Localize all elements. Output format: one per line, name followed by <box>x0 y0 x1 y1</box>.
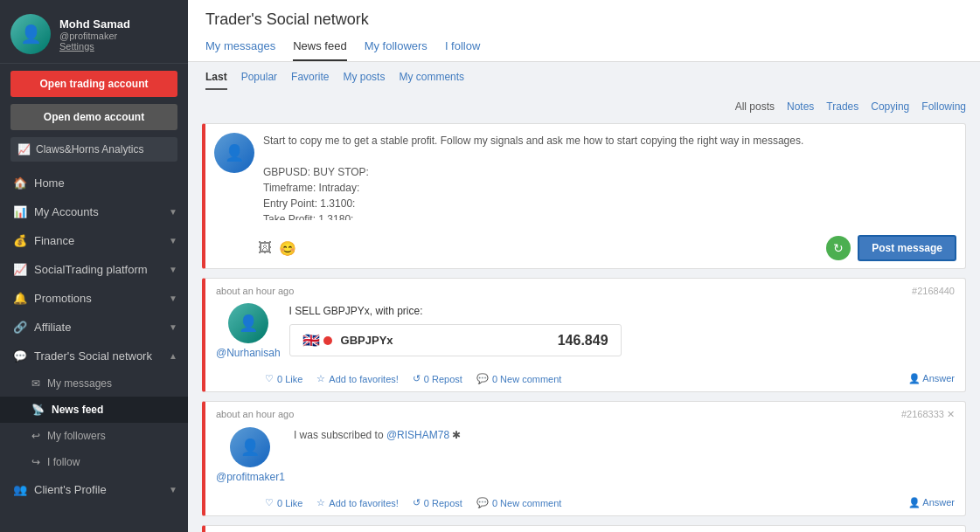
sidebar-item-my-accounts[interactable]: 📊 My Accounts ▼ <box>0 197 188 226</box>
profile-icon: 👥 <box>13 483 27 496</box>
favorites-action[interactable]: ☆ Add to favorites! <box>316 497 399 508</box>
subtab-popular[interactable]: Popular <box>241 67 277 90</box>
favorites-label: Add to favorites! <box>329 498 399 508</box>
tab-news-feed[interactable]: News feed <box>293 36 346 61</box>
repost-label: 0 Repost <box>424 374 462 384</box>
filter-following[interactable]: Following <box>921 100 966 113</box>
composer-body: Start to copy me to get a stable profit.… <box>263 133 956 223</box>
sidebar-item-clients-profile[interactable]: 👥 Client's Profile ▼ <box>0 475 188 504</box>
repost-label: 0 Repost <box>424 498 462 508</box>
sidebar-sub-my-messages[interactable]: ✉ My messages <box>0 370 188 397</box>
repost-action[interactable]: ↺ 0 Repost <box>413 373 462 384</box>
like-action[interactable]: ♡ 0 Like <box>265 373 302 384</box>
repost-action[interactable]: ↺ 0 Repost <box>413 497 462 508</box>
sidebar-item-affiliate[interactable]: 🔗 Affiliate ▼ <box>0 313 188 342</box>
tab-my-followers[interactable]: My followers <box>365 36 427 61</box>
sidebar-item-label: Affiliate <box>34 321 71 334</box>
sidebar-profile: 👤 Mohd Samad @profitmaker Settings <box>0 0 188 64</box>
followers-icon: ↩ <box>31 430 40 442</box>
avatar: 👤 <box>10 14 51 54</box>
favorites-label: Add to favorites! <box>329 374 399 384</box>
settings-link[interactable]: Settings <box>59 41 130 52</box>
sidebar-item-promotions[interactable]: 🔔 Promotions ▼ <box>0 284 188 313</box>
sidebar-item-label: My Accounts <box>34 205 99 218</box>
sub-item-label: My messages <box>47 377 112 390</box>
user-handle: @profitmaker <box>59 31 130 41</box>
image-attach-icon[interactable]: 🖼 <box>258 240 272 257</box>
sidebar-item-home[interactable]: 🏠 Home <box>0 169 188 197</box>
post-author[interactable]: @profitmaker1 <box>216 471 285 483</box>
home-icon: 🏠 <box>13 176 27 190</box>
feed-post: about an hour ago #2168440 👤 @Nurhanisah… <box>202 278 966 392</box>
subtab-last[interactable]: Last <box>205 67 227 90</box>
comment-action[interactable]: 💬 0 New comment <box>476 497 561 508</box>
analytics-label: Claws&Horns Analytics <box>36 143 143 155</box>
post-text: I SELL GBPJPYx, with price: <box>289 303 955 319</box>
tab-i-follow[interactable]: I follow <box>445 36 480 61</box>
favorites-action[interactable]: ☆ Add to favorites! <box>316 373 399 384</box>
filter-notes[interactable]: Notes <box>787 100 814 113</box>
trade-price: 146.849 <box>558 333 608 349</box>
subtab-my-comments[interactable]: My comments <box>399 67 464 90</box>
sidebar: 👤 Mohd Samad @profitmaker Settings Open … <box>0 0 188 532</box>
sidebar-sub-i-follow[interactable]: ↪ I follow <box>0 449 188 475</box>
tab-my-messages[interactable]: My messages <box>205 36 275 61</box>
like-action[interactable]: ♡ 0 Like <box>265 497 302 508</box>
post-id: #2168440 <box>912 286 955 296</box>
page-title: Trader's Social network <box>205 10 963 29</box>
answer-action[interactable]: Answer <box>908 497 955 508</box>
close-post-icon[interactable]: ✕ <box>947 409 955 419</box>
filter-all-posts[interactable]: All posts <box>735 100 775 113</box>
sub-item-label: I follow <box>47 456 80 468</box>
refresh-button[interactable]: ↻ <box>826 236 851 260</box>
post-avatar: 👤 <box>228 303 268 343</box>
main-header: Trader's Social network My messages News… <box>188 0 980 62</box>
post-body: 👤 @Nurhanisah I SELL GBPJPYx, with price… <box>205 300 965 370</box>
answer-action[interactable]: Answer <box>908 373 955 384</box>
composer-actions: ↻ Post message <box>826 235 956 261</box>
analytics-icon: 📈 <box>17 143 31 155</box>
comment-action[interactable]: 💬 0 New comment <box>476 373 561 384</box>
feed-post: about an hour ago #2168333 ✕ 👤 @profitma… <box>202 401 966 516</box>
subtab-favorite[interactable]: Favorite <box>291 67 329 90</box>
sub-tabs-bar: Last Popular Favorite My posts My commen… <box>188 62 980 90</box>
social-network-icon: 💬 <box>13 349 27 363</box>
composer-icons: 🖼 😊 <box>258 240 296 257</box>
post-text: I was subscribed to @RISHAM78 ✱ <box>294 427 955 443</box>
emoji-icon[interactable]: 😊 <box>279 240 296 257</box>
open-demo-account-button[interactable]: Open demo account <box>10 104 177 130</box>
post-content: I SELL GBPJPYx, with price: 🇬🇧 GBPJPYx 1… <box>289 303 955 363</box>
sidebar-item-finance[interactable]: 💰 Finance ▼ <box>0 226 188 255</box>
chevron-up-icon: ▲ <box>169 351 177 361</box>
profile-info: Mohd Samad @profitmaker Settings <box>59 17 130 52</box>
subtab-my-posts[interactable]: My posts <box>343 67 385 90</box>
username: Mohd Samad <box>59 17 130 31</box>
sidebar-sub-news-feed[interactable]: 📡 News feed <box>0 397 188 423</box>
promotions-icon: 🔔 <box>13 292 27 305</box>
post-message-button[interactable]: Post message <box>858 235 956 261</box>
chevron-down-icon: ▼ <box>169 265 177 274</box>
subscribed-user-link[interactable]: @RISHAM78 <box>386 429 449 441</box>
chevron-down-icon: ▼ <box>169 485 177 494</box>
open-trading-account-button[interactable]: Open trading account <box>10 71 177 97</box>
post-header: about an hour ago #2168333 ✕ <box>205 402 965 424</box>
post-header: about an hour ago #2168331 ✕ <box>205 526 965 532</box>
post-author[interactable]: @Nurhanisah <box>216 347 281 359</box>
follow-icon: ↪ <box>31 456 40 468</box>
sidebar-item-label: Promotions <box>34 292 92 305</box>
composer-textarea[interactable]: Start to copy me to get a stable profit.… <box>263 133 956 220</box>
sidebar-sub-my-followers[interactable]: ↩ My followers <box>0 423 188 449</box>
filter-trades[interactable]: Trades <box>826 100 858 113</box>
sidebar-item-traders-social[interactable]: 💬 Trader's Social network ▲ <box>0 342 188 370</box>
news-feed-icon: 📡 <box>31 404 45 416</box>
post-actions: ♡ 0 Like ☆ Add to favorites! ↺ 0 Repost … <box>205 494 965 515</box>
like-label: 0 Like <box>277 498 302 508</box>
red-dot-icon <box>323 336 332 345</box>
chevron-down-icon: ▼ <box>169 236 177 245</box>
analytics-button[interactable]: 📈 Claws&Horns Analytics <box>10 137 177 162</box>
sub-item-label: News feed <box>52 404 103 416</box>
chevron-down-icon: ▼ <box>169 322 177 332</box>
sidebar-item-social-trading[interactable]: 📈 SocialTrading platform ▼ <box>0 255 188 284</box>
post-header: about an hour ago #2168440 <box>205 279 965 300</box>
filter-copying[interactable]: Copying <box>871 100 909 113</box>
